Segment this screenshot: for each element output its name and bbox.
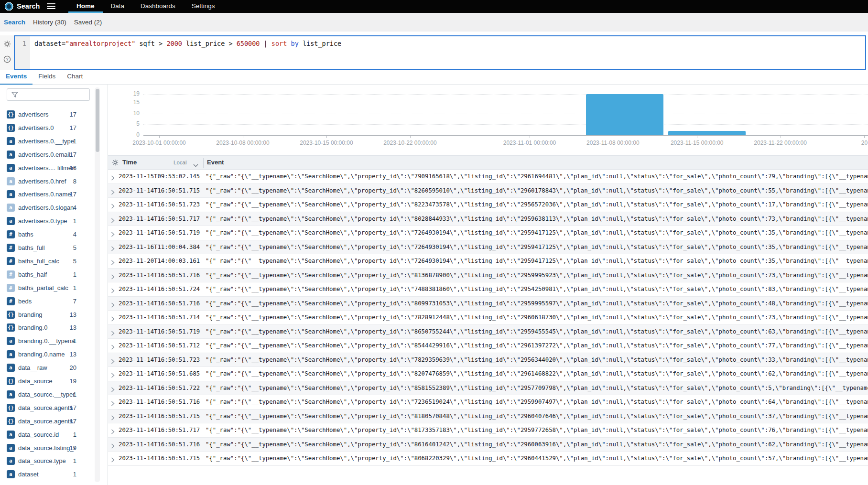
query-token: list_price > bbox=[182, 40, 237, 47]
field-item-branding-0[interactable]: {}branding.013 bbox=[0, 321, 94, 334]
expand-chevron-icon[interactable] bbox=[111, 230, 115, 239]
field-item-advertisers-0-slogan[interactable]: aadvertisers.0.slogan4 bbox=[0, 201, 94, 215]
field-item-data_source-type[interactable]: adata_source.type1 bbox=[0, 454, 94, 468]
field-item-data_source[interactable]: {}data_source19 bbox=[0, 375, 94, 388]
fields-sidebar: {}advertisers17{}advertisers.017aadverti… bbox=[0, 85, 108, 485]
search-app: Search HomeDataDashboardsSettings Search… bbox=[0, 0, 868, 485]
field-item-baths_full_calc[interactable]: #baths_full_calc5 bbox=[0, 255, 94, 268]
field-item-data_source-__typename[interactable]: adata_source.__typename1 bbox=[0, 388, 94, 401]
tab-fields[interactable]: Fields bbox=[33, 70, 61, 85]
sidebar-scrollbar-thumb[interactable] bbox=[96, 89, 99, 152]
field-item-advertisers-fillment_id[interactable]: aadvertisers.... fillment_id16 bbox=[0, 162, 94, 175]
settings-gear-icon[interactable] bbox=[3, 40, 11, 48]
expand-chevron-icon[interactable] bbox=[111, 202, 115, 211]
field-item-baths_partial_calc[interactable]: #baths_partial_calc1 bbox=[0, 281, 94, 295]
field-item-advertisers-0-__typename[interactable]: aadvertisers.0.__typename1 bbox=[0, 135, 94, 148]
event-row[interactable]: 2023-11-14T16:50:51.719"{"_raw":"{\"__ty… bbox=[108, 325, 868, 339]
sub-nav-item-saved-2-[interactable]: Saved (2) bbox=[70, 19, 106, 26]
field-item-baths_half[interactable]: #baths_half1 bbox=[0, 268, 94, 281]
table-settings-gear-icon[interactable] bbox=[112, 159, 119, 168]
expand-chevron-icon[interactable] bbox=[111, 287, 115, 295]
event-row[interactable]: 2023-11-14T16:50:51.715"{"_raw":"{\"__ty… bbox=[108, 452, 868, 466]
event-timestamp: 2023-11-14T16:50:51.685 bbox=[119, 370, 200, 377]
event-row[interactable]: 2023-11-15T09:53:02.145"{"_raw":"{\"__ty… bbox=[108, 170, 868, 184]
expand-chevron-icon[interactable] bbox=[111, 273, 115, 281]
help-icon[interactable]: ? bbox=[3, 55, 11, 63]
field-item-advertisers-0-email[interactable]: aadvertisers.0.email17 bbox=[0, 148, 94, 162]
event-row[interactable]: 2023-11-14T16:50:51.716"{"_raw":"{\"__ty… bbox=[108, 269, 868, 283]
top-nav-item-dashboards[interactable]: Dashboards bbox=[132, 0, 184, 13]
expand-chevron-icon[interactable] bbox=[111, 456, 115, 464]
field-item-data_source-agents[interactable]: {}data_source.agents17 bbox=[0, 401, 94, 415]
top-nav-item-settings[interactable]: Settings bbox=[184, 0, 223, 13]
histogram-bar[interactable] bbox=[668, 131, 746, 135]
field-item-advertisers-0-href[interactable]: aadvertisers.0.href8 bbox=[0, 175, 94, 188]
event-row[interactable]: 2023-11-14T16:50:51.724"{"_raw":"{\"__ty… bbox=[108, 282, 868, 297]
event-row[interactable]: 2023-11-14T16:50:51.685"{"_raw":"{\"__ty… bbox=[108, 367, 868, 381]
histogram-bar[interactable] bbox=[586, 94, 663, 135]
chevron-down-icon[interactable] bbox=[193, 161, 198, 169]
expand-chevron-icon[interactable] bbox=[111, 245, 115, 253]
field-item-data_source-agents-0[interactable]: {}data_source.agents.017 bbox=[0, 415, 94, 428]
field-filter-input[interactable] bbox=[7, 88, 90, 101]
top-nav-item-data[interactable]: Data bbox=[103, 0, 133, 13]
field-item-beds[interactable]: #beds7 bbox=[0, 295, 94, 308]
query-token: sqft > bbox=[135, 40, 166, 47]
field-item-branding-0-__typename[interactable]: abranding.0.__typename1 bbox=[0, 334, 94, 348]
event-row[interactable]: 2023-11-14T16:50:51.712"{"_raw":"{\"__ty… bbox=[108, 339, 868, 353]
event-row[interactable]: 2023-11-14T16:50:51.715"{"_raw":"{\"__ty… bbox=[108, 184, 868, 198]
event-row[interactable]: 2023-11-20T14:00:03.161"{"_raw":"{\"__ty… bbox=[108, 254, 868, 269]
expand-chevron-icon[interactable] bbox=[111, 357, 115, 366]
event-row[interactable]: 2023-11-16T11:00:04.384"{"_raw":"{\"__ty… bbox=[108, 240, 868, 255]
field-item-dataset[interactable]: adataset1 bbox=[0, 468, 94, 481]
field-item-baths[interactable]: #baths4 bbox=[0, 228, 94, 241]
event-row[interactable]: 2023-11-14T16:50:51.723"{"_raw":"{\"__ty… bbox=[108, 198, 868, 212]
field-type-string-icon: a bbox=[7, 457, 15, 465]
event-row[interactable]: 2023-11-14T16:50:51.719"{"_raw":"{\"__ty… bbox=[108, 226, 868, 240]
expand-chevron-icon[interactable] bbox=[111, 399, 115, 408]
field-item-advertisers-0-name[interactable]: aadvertisers.0.name17 bbox=[0, 188, 94, 201]
expand-chevron-icon[interactable] bbox=[111, 442, 115, 451]
field-item-advertisers-0[interactable]: {}advertisers.017 bbox=[0, 121, 94, 135]
expand-chevron-icon[interactable] bbox=[111, 315, 115, 323]
tab-chart[interactable]: Chart bbox=[61, 70, 88, 85]
expand-chevron-icon[interactable] bbox=[111, 343, 115, 352]
event-row[interactable]: 2023-11-14T16:50:51.715"{"_raw":"{\"__ty… bbox=[108, 410, 868, 424]
expand-chevron-icon[interactable] bbox=[111, 216, 115, 225]
top-nav-item-home[interactable]: Home bbox=[68, 0, 103, 13]
field-item-data__raw[interactable]: adata__raw20 bbox=[0, 361, 94, 375]
expand-chevron-icon[interactable] bbox=[111, 414, 115, 422]
expand-chevron-icon[interactable] bbox=[111, 188, 115, 197]
expand-chevron-icon[interactable] bbox=[111, 329, 115, 338]
timezone-selector[interactable]: Local bbox=[174, 160, 187, 165]
event-row[interactable]: 2023-11-14T16:50:51.723"{"_raw":"{\"__ty… bbox=[108, 353, 868, 367]
expand-chevron-icon[interactable] bbox=[111, 301, 115, 310]
sub-nav-item-search[interactable]: Search bbox=[0, 19, 29, 26]
field-item-advertisers[interactable]: {}advertisers17 bbox=[0, 108, 94, 121]
event-row[interactable]: 2023-11-14T16:50:51.716"{"_raw":"{\"__ty… bbox=[108, 395, 868, 410]
field-item-branding[interactable]: {}branding13 bbox=[0, 308, 94, 322]
x-axis-tick-mark bbox=[410, 136, 411, 138]
field-item-data_source-id[interactable]: adata_source.id1 bbox=[0, 428, 94, 442]
query-input[interactable]: dataset="amrealtorproject" sqft > 2000 l… bbox=[30, 36, 865, 69]
expand-chevron-icon[interactable] bbox=[111, 428, 115, 436]
field-item-branding-0-name[interactable]: abranding.0.name13 bbox=[0, 348, 94, 361]
expand-chevron-icon[interactable] bbox=[111, 174, 115, 183]
field-count: 7 bbox=[62, 298, 76, 305]
event-row[interactable]: 2023-11-14T16:50:51.716"{"_raw":"{\"__ty… bbox=[108, 297, 868, 311]
expand-chevron-icon[interactable] bbox=[111, 386, 115, 394]
field-item-advertisers-0-type[interactable]: aadvertisers.0.type1 bbox=[0, 215, 94, 228]
event-row[interactable]: 2023-11-14T16:50:51.714"{"_raw":"{\"__ty… bbox=[108, 311, 868, 325]
tab-events[interactable]: Events bbox=[0, 70, 33, 85]
query-editor[interactable]: 1 dataset="amrealtorproject" sqft > 2000… bbox=[14, 35, 866, 70]
event-row[interactable]: 2023-11-14T16:50:51.722"{"_raw":"{\"__ty… bbox=[108, 381, 868, 396]
field-item-baths_full[interactable]: #baths_full5 bbox=[0, 241, 94, 255]
field-item-data_source-listing_id[interactable]: adata_source.listing_id19 bbox=[0, 442, 94, 455]
event-row[interactable]: 2023-11-14T16:50:51.717"{"_raw":"{\"__ty… bbox=[108, 212, 868, 226]
expand-chevron-icon[interactable] bbox=[111, 259, 115, 267]
event-row[interactable]: 2023-11-14T16:50:51.717"{"_raw":"{\"__ty… bbox=[108, 423, 868, 438]
sub-nav-item-history-30-[interactable]: History (30) bbox=[29, 19, 70, 26]
hamburger-menu-icon[interactable] bbox=[47, 3, 55, 10]
event-row[interactable]: 2023-11-14T16:50:51.716"{"_raw":"{\"__ty… bbox=[108, 438, 868, 452]
expand-chevron-icon[interactable] bbox=[111, 371, 115, 380]
